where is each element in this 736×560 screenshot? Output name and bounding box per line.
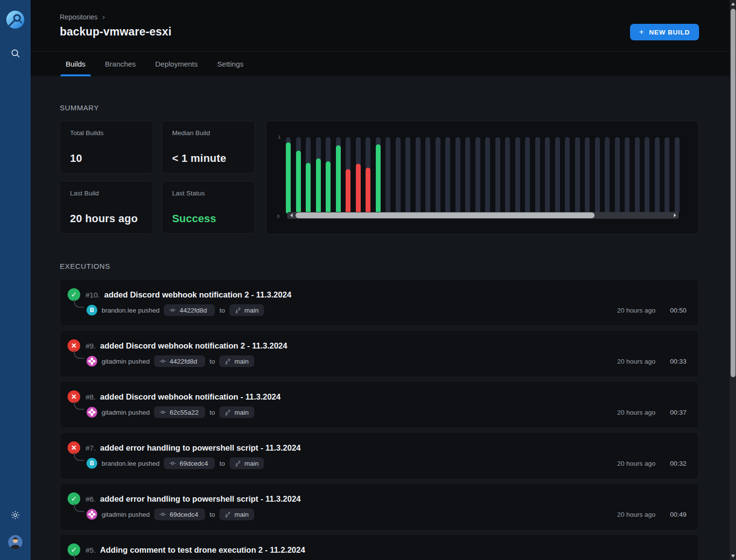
build-bar-slot [316,137,321,214]
scroll-right-arrow-icon[interactable] [671,212,679,219]
execution-row[interactable]: × #7. added error handling to powershell… [60,432,699,479]
build-bar-10[interactable] [376,144,381,214]
scroll-down-arrow-icon[interactable] [731,555,735,558]
build-bar-1[interactable] [286,142,291,214]
author-avatar [87,356,97,367]
commit-hash: 62c55a22 [170,409,198,416]
breadcrumb-repositories[interactable]: Repositories [60,13,98,21]
tab-branches[interactable]: Branches [105,52,136,76]
action-label: pushed [128,409,150,416]
build-bar-5[interactable] [326,161,331,214]
action-label: pushed [138,307,159,314]
execution-row[interactable]: ✓ #6. added error handling to powershell… [60,483,699,530]
author-action: brandon.lee pushed [102,307,159,314]
content: SUMMARY Total Builds 10 Median Build < 1… [31,104,730,560]
time-block: 20 hours ago 00:50 [617,304,686,316]
sidebar [0,0,31,560]
identicon-glyph [88,510,96,519]
execution-title: added Discord webhook notification - 11.… [100,392,280,402]
chart-bars [286,137,680,214]
execution-time: 20 hours ago [617,409,655,416]
execution-row[interactable]: ✓ #10. added Discord webhook notificatio… [60,279,699,326]
time-block: 20 hours ago 00:37 [617,406,686,418]
scroll-left-arrow-icon[interactable] [287,212,295,219]
author-name: gitadmin [102,358,126,365]
execution-title-line: #5. Adding comment to test drone executi… [86,545,305,555]
execution-title-line: #6. added error handling to powershell s… [86,494,300,504]
scroll-up-arrow-icon[interactable] [731,2,735,5]
build-bar-7[interactable] [346,169,350,214]
build-bar-slot [405,137,410,214]
build-bar-2[interactable] [296,151,301,214]
branch-pill[interactable]: main [229,457,264,469]
build-bar-slot [425,137,430,214]
page-scrollbar-thumb[interactable] [731,9,736,377]
build-bar-6[interactable] [336,145,341,214]
chart-scrollbar-thumb[interactable] [296,212,595,218]
commit-pill[interactable]: 69dcedc4 [154,508,205,520]
branch-name: main [234,358,248,365]
build-bar-slot [575,137,580,214]
build-bar-8[interactable] [356,164,361,214]
commit-icon [159,409,166,416]
page-header: Repositories › backup-vmware-esxi + NEW … [31,0,730,51]
y-axis-tick-min: 0 [277,214,280,219]
build-bar-9[interactable] [366,168,370,214]
new-build-button[interactable]: + NEW BUILD [630,24,699,40]
execution-row[interactable]: × #8. added Discord webhook notification… [60,381,699,428]
execution-number: #7. [86,444,96,452]
branch-pill[interactable]: main [229,304,264,316]
connector-line [74,299,84,308]
branch-pill[interactable]: main [219,508,254,520]
search-icon[interactable] [10,48,20,60]
execution-meta: B brandon.lee pushed 69dcedc4 to [87,457,264,469]
execution-title-line: #9. added Discord webhook notification 2… [86,341,287,350]
app-logo-icon[interactable] [6,11,24,29]
tab-settings[interactable]: Settings [217,52,244,76]
author-name: gitadmin [102,409,126,416]
main-area: Repositories › backup-vmware-esxi + NEW … [31,0,730,560]
build-bar-3[interactable] [306,163,311,214]
execution-time: 20 hours ago [617,307,655,314]
commit-pill[interactable]: 4422fd8d [164,304,215,316]
connector-line [74,555,84,560]
author-action: gitadmin pushed [102,409,150,416]
avatar-letter: B [90,460,94,467]
chart-scrollbar[interactable] [287,212,679,219]
build-bar-slot [465,137,470,214]
commit-pill[interactable]: 69dcedc4 [164,457,215,469]
branch-pill[interactable]: main [219,355,254,367]
summary-cards: Total Builds 10 Median Build < 1 minute … [60,121,255,234]
branch-pill[interactable]: main [219,406,254,418]
build-bar-slot [296,137,301,214]
commit-pill[interactable]: 62c55a22 [154,406,205,418]
y-axis-tick-max: 1 [278,135,280,140]
tab-deployments[interactable]: Deployments [155,52,198,76]
card-last-status: Last Status Success [162,181,255,234]
commit-pill[interactable]: 4422fd8d [154,355,205,367]
connector-line [74,402,84,410]
page-scrollbar[interactable] [730,0,736,560]
execution-number: #9. [86,342,96,350]
plus-icon: + [639,27,645,37]
build-bar-slot [645,137,649,214]
tab-builds[interactable]: Builds [66,52,86,76]
executions-list: ✓ #10. added Discord webhook notificatio… [60,279,699,560]
branch-name: main [234,409,248,416]
author-avatar [87,509,97,520]
branch-icon [235,307,241,314]
user-avatar[interactable] [8,535,22,549]
execution-row[interactable]: × #9. added Discord webhook notification… [60,330,699,377]
build-bar-slot [505,137,510,214]
build-bar-slot [436,137,440,214]
execution-duration: 00:33 [670,358,686,365]
build-bar-slot [336,137,341,214]
to-label: to [210,358,215,365]
theme-toggle-sun-icon[interactable] [11,510,20,522]
execution-row[interactable]: ✓ #5. Adding comment to test drone execu… [60,534,699,560]
card-value: < 1 minute [172,152,245,165]
author-avatar: B [87,305,97,315]
commit-hash: 69dcedc4 [170,511,198,518]
author-action: gitadmin pushed [102,358,150,365]
build-bar-4[interactable] [316,158,321,214]
